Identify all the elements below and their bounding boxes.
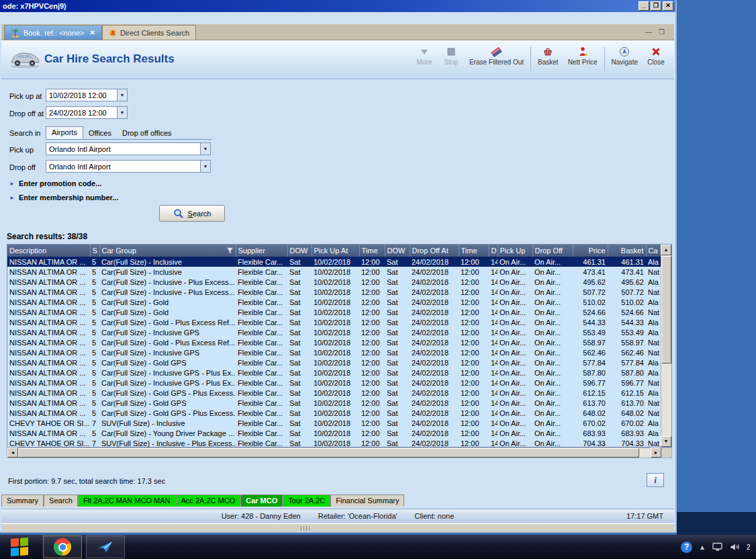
tab-airports[interactable]: Airports: [46, 126, 83, 139]
outer-scrollbar[interactable]: [1, 523, 674, 532]
tab-summary[interactable]: Summary: [1, 494, 44, 507]
tab-offices[interactable]: Offices: [83, 128, 117, 139]
table-row[interactable]: NISSAN ALTIMA OR ...5Car(Full Size) - In…: [7, 267, 661, 277]
table-row[interactable]: NISSAN ALTIMA OR ...5Car(Full Size) - In…: [7, 257, 661, 267]
col-dow-1[interactable]: DOW: [287, 245, 312, 257]
chevron-down-icon[interactable]: ▼: [200, 143, 210, 155]
table-row[interactable]: NISSAN ALTIMA OR ...5Car(Full Size) - In…: [7, 368, 661, 378]
taskbar-clock[interactable]: 2: [747, 544, 753, 551]
speaker-icon[interactable]: [730, 542, 740, 552]
tab-direct-clients-search[interactable]: Direct Clients Search: [102, 25, 196, 40]
vertical-scroll-thumb[interactable]: [661, 256, 671, 363]
table-row[interactable]: NISSAN ALTIMA OR ...5Car(Full Size) - In…: [7, 347, 661, 357]
close-button[interactable]: ✕: [663, 1, 673, 11]
chevron-down-icon[interactable]: ▼: [200, 161, 210, 172]
pickup-select[interactable]: Orlando Intl Airport ▼: [46, 142, 211, 155]
col-dropoff-at[interactable]: Drop Off At: [410, 245, 459, 257]
pane-minimize-icon[interactable]: —: [645, 28, 652, 36]
maximize-button[interactable]: ❐: [651, 1, 661, 11]
col-ca[interactable]: Ca: [646, 245, 661, 257]
scroll-grip[interactable]: [301, 526, 310, 531]
col-description[interactable]: Description: [7, 245, 90, 257]
results-count: Search results: 38/38: [7, 232, 87, 241]
system-tray: ? ▲ 2: [681, 542, 756, 553]
tab-dropoff-offices[interactable]: Drop off offices: [117, 128, 177, 139]
display-icon[interactable]: [712, 542, 723, 552]
dropoff-at-input[interactable]: 24/02/2018 12:00 ▼: [46, 106, 128, 119]
table-row[interactable]: NISSAN ALTIMA OR ...5Car(Full Size) - Go…: [7, 317, 661, 327]
stop-button[interactable]: Stop: [440, 44, 463, 67]
nett-price-button[interactable]: Nett Price: [565, 44, 600, 67]
col-supplier[interactable]: Supplier: [236, 245, 287, 257]
status-client: Client: none: [415, 512, 455, 520]
basket-button[interactable]: Basket: [535, 44, 561, 67]
tab-search[interactable]: Search: [44, 494, 78, 507]
scroll-up-icon[interactable]: ▲: [661, 245, 671, 255]
col-car-group[interactable]: Car Group: [99, 245, 236, 257]
help-icon[interactable]: ?: [681, 542, 692, 553]
tab-booking-ref[interactable]: Book. ref.: <none> ✕: [4, 25, 102, 40]
col-time-1[interactable]: Time: [359, 245, 385, 257]
table-row[interactable]: NISSAN ALTIMA OR ...5Car(Full Size) - In…: [7, 277, 661, 287]
table-row[interactable]: NISSAN ALTIMA OR ...5Car(Full Size) - Go…: [7, 357, 661, 368]
table-row[interactable]: NISSAN ALTIMA OR ...5Car(Full Size) - Go…: [7, 297, 661, 307]
table-row[interactable]: NISSAN ALTIMA OR ...5Car(Full Size) - Yo…: [7, 428, 661, 438]
tab-tour[interactable]: Tour 2A,2C: [283, 494, 330, 507]
scroll-left-icon[interactable]: ◄: [7, 447, 18, 458]
window-titlebar[interactable]: ode: x7HPVCenj9) _ ❐ ✕: [0, 0, 675, 12]
col-pickup[interactable]: Pick Up: [498, 245, 532, 257]
tab-acc[interactable]: Acc 2A,2C MCO: [176, 494, 241, 507]
scroll-right-icon[interactable]: ►: [651, 447, 661, 458]
tab-label: Book. ref.: <none>: [23, 29, 85, 37]
table-row[interactable]: NISSAN ALTIMA OR ...5Car(Full Size) - In…: [7, 287, 661, 297]
tab-close-icon[interactable]: ✕: [90, 29, 95, 36]
pickup-label: Pick up: [9, 146, 34, 154]
table-row[interactable]: CHEVY TAHOE OR SI...7SUV(Full Size) - In…: [7, 438, 661, 448]
col-time-2[interactable]: Time: [459, 245, 489, 257]
horizontal-scroll-thumb[interactable]: [18, 448, 639, 458]
chevron-down-icon[interactable]: ▼: [117, 107, 127, 118]
taskbar-chrome-button[interactable]: [43, 535, 82, 558]
col-pickup-at[interactable]: Pick Up At: [312, 245, 359, 257]
promotion-code-expander[interactable]: ► Enter promotion code...: [9, 179, 101, 187]
erase-filtered-out-button[interactable]: Erase Filtered Out: [467, 44, 526, 67]
table-row[interactable]: NISSAN ALTIMA OR ...5Car(Full Size) - Go…: [7, 398, 661, 408]
col-s[interactable]: S: [90, 245, 99, 257]
scroll-down-icon[interactable]: ▼: [661, 436, 671, 447]
dropoff-select[interactable]: Orlando Intl Airport ▼: [46, 160, 211, 173]
more-icon: [418, 46, 430, 58]
pane-restore-icon[interactable]: ❐: [659, 28, 665, 36]
table-row[interactable]: NISSAN ALTIMA OR ...5Car(Full Size) - In…: [7, 378, 661, 388]
paper-plane-icon: [98, 541, 113, 553]
close-search-button[interactable]: Close: [645, 44, 667, 67]
table-row[interactable]: NISSAN ALTIMA OR ...5Car(Full Size) - Go…: [7, 408, 661, 418]
chevron-down-icon[interactable]: ▼: [117, 89, 127, 101]
minimize-button[interactable]: _: [639, 1, 649, 11]
search-button[interactable]: Search: [159, 205, 225, 222]
col-dropoff[interactable]: Drop Off: [532, 245, 573, 257]
filter-icon[interactable]: [226, 247, 234, 255]
table-row[interactable]: NISSAN ALTIMA OR ...5Car(Full Size) - In…: [7, 327, 661, 337]
table-row[interactable]: NISSAN ALTIMA OR ...5Car(Full Size) - Go…: [7, 337, 661, 347]
table-row[interactable]: NISSAN ALTIMA OR ...5Car(Full Size) - Go…: [7, 307, 661, 317]
start-button[interactable]: [0, 535, 39, 559]
vertical-scrollbar[interactable]: ▲ ▼: [661, 245, 671, 447]
col-dow-2[interactable]: DOW: [385, 245, 410, 257]
col-basket[interactable]: Basket: [608, 245, 646, 257]
tray-expand-icon[interactable]: ▲: [699, 544, 706, 551]
table-row[interactable]: CHEVY TAHOE OR SI...7SUV(Full Size) - In…: [7, 418, 661, 428]
col-price[interactable]: Price: [573, 245, 608, 257]
scrollbar-corner: [661, 448, 671, 458]
tab-financial-summary[interactable]: Financial Summary: [330, 494, 404, 507]
navigate-button[interactable]: Navigate: [609, 44, 641, 67]
col-days[interactable]: D: [489, 245, 498, 257]
taskbar-app-button[interactable]: [86, 535, 125, 558]
info-button[interactable]: i: [647, 473, 664, 487]
tab-car-mco[interactable]: Car MCO: [240, 494, 283, 507]
tab-flt[interactable]: Flt 2A,2C MAN MCO MAN: [78, 494, 176, 507]
membership-number-expander[interactable]: ► Enter membership number...: [9, 194, 118, 202]
table-row[interactable]: NISSAN ALTIMA OR ...5Car(Full Size) - Go…: [7, 388, 661, 398]
pickup-at-input[interactable]: 10/02/2018 12:00 ▼: [46, 89, 128, 101]
more-button[interactable]: More: [413, 44, 436, 67]
horizontal-scrollbar[interactable]: ◄ ►: [7, 447, 672, 458]
